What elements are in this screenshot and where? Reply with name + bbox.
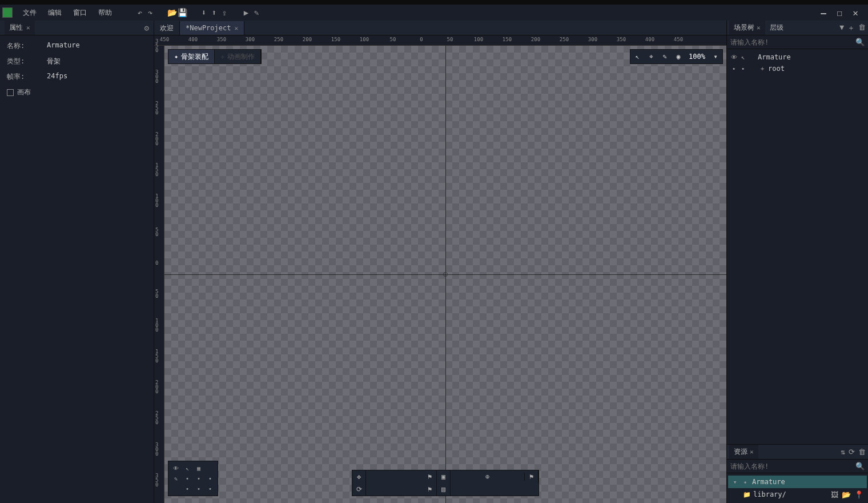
- dot-icon[interactable]: •: [740, 65, 746, 73]
- mode-rig-label: 骨架装配: [181, 52, 208, 62]
- chevron-down-icon[interactable]: ▾: [732, 478, 738, 486]
- prop-name-value[interactable]: Armature: [47, 41, 80, 51]
- window-icon[interactable]: ▣: [437, 470, 451, 483]
- zoom-value[interactable]: 100%: [685, 53, 709, 61]
- dot-btn[interactable]: •: [194, 484, 204, 493]
- layer-tab-label: 层级: [770, 23, 783, 33]
- mode-rig-button[interactable]: ✦ 骨架装配: [168, 50, 215, 63]
- dot-btn[interactable]: •: [182, 484, 192, 493]
- prop-type-label: 类型:: [7, 57, 47, 66]
- open-folder-icon[interactable]: 📂: [167, 7, 177, 18]
- snap-icon[interactable]: ⊕: [485, 473, 489, 481]
- right-panel: 场景树 ✕ 层级 ▼ ＋ 🗑 🔍 👁 ↖: [726, 21, 868, 503]
- globe-icon[interactable]: ◉: [672, 50, 685, 63]
- flag-end-icon[interactable]: ⚑: [525, 470, 539, 483]
- target-icon[interactable]: ⌖: [644, 50, 658, 63]
- refresh-icon[interactable]: ⟳: [849, 448, 855, 456]
- brush-icon[interactable]: ✎: [658, 50, 672, 63]
- eye-icon[interactable]: 👁: [730, 54, 737, 61]
- close-icon[interactable]: ✕: [234, 25, 238, 32]
- sort-icon[interactable]: ⇅: [841, 448, 845, 456]
- menu-file[interactable]: 文件: [17, 6, 42, 20]
- resource-search-input[interactable]: [730, 462, 855, 470]
- trash-icon[interactable]: 🗑: [858, 448, 866, 456]
- tab-welcome[interactable]: 欢迎: [154, 21, 180, 35]
- menu-edit[interactable]: 编辑: [42, 6, 67, 20]
- run-icon: ✧: [220, 53, 224, 61]
- select-tool-icon[interactable]: ↖: [630, 50, 644, 63]
- search-icon[interactable]: 🔍: [855, 38, 865, 46]
- dot-btn[interactable]: •: [205, 474, 215, 483]
- cursor-icon[interactable]: ↖: [740, 54, 746, 61]
- browser-tab-strip: [0, 0, 868, 5]
- add-icon[interactable]: ＋: [847, 23, 855, 33]
- prop-fps-value[interactable]: 24fps: [47, 72, 67, 82]
- locate-icon[interactable]: 📂: [842, 490, 851, 499]
- edit-icon[interactable]: ✎: [251, 7, 262, 18]
- search-icon[interactable]: 🔍: [855, 462, 865, 470]
- tree-row-root[interactable]: • • + root: [728, 63, 867, 74]
- share-icon[interactable]: ⇪: [219, 7, 230, 18]
- blank-btn[interactable]: [205, 464, 215, 473]
- dot-icon[interactable]: •: [730, 65, 737, 73]
- minimize-button[interactable]: —: [818, 7, 829, 18]
- transform-panel: ✥ ⚑ ▣ ⊕ ⚑ ⟳ ⚑ ▤: [352, 470, 539, 496]
- pen-icon[interactable]: ✎: [171, 474, 181, 483]
- tree-row-armature[interactable]: 👁 ↖ Armature: [728, 51, 867, 63]
- move-icon[interactable]: ✥: [352, 470, 366, 483]
- dot-btn[interactable]: •: [205, 484, 215, 493]
- plus-icon: +: [759, 65, 766, 73]
- resource-row-armature[interactable]: ▾ ✦ Armature: [728, 476, 867, 488]
- flag-icon[interactable]: ⚑: [423, 483, 437, 496]
- mode-anim-button[interactable]: ✧ 动画制作: [215, 50, 261, 63]
- resource-armature-label: Armature: [752, 478, 785, 486]
- redo-icon[interactable]: ↷: [145, 7, 155, 18]
- dot-btn[interactable]: •: [182, 474, 192, 483]
- align-icon[interactable]: ▤: [437, 483, 451, 496]
- app-logo-icon: [2, 7, 13, 18]
- maximize-button[interactable]: ☐: [834, 7, 845, 18]
- resource-row-library[interactable]: 📁 library/ 🖼 📂 📍: [728, 488, 867, 501]
- cursor-icon[interactable]: ↖: [182, 464, 192, 473]
- preview-icon[interactable]: ▶: [241, 7, 251, 18]
- save-icon[interactable]: 💾: [177, 7, 187, 18]
- ruler-horizontal: 4504003503002502001501005005010015020025…: [154, 35, 726, 46]
- rotate-icon[interactable]: ⟳: [352, 483, 366, 496]
- menu-help[interactable]: 帮助: [93, 6, 118, 20]
- scene-tree-tab[interactable]: 场景树 ✕: [729, 21, 765, 35]
- import-image-icon[interactable]: 🖼: [831, 490, 838, 499]
- armature-icon: ✦: [742, 478, 749, 486]
- layer-tab[interactable]: 层级: [765, 21, 788, 35]
- ruler-vertical: 3503002502001501005005010015020025030035…: [154, 46, 164, 503]
- resource-tab[interactable]: 资源 ✕: [729, 445, 758, 459]
- filter-icon[interactable]: ▼: [839, 23, 844, 33]
- tab-project[interactable]: *NewProject ✕: [180, 21, 244, 35]
- canvas[interactable]: ✦ 骨架装配 ✧ 动画制作 ↖ ⌖ ✎ ◉: [164, 46, 726, 503]
- prop-fps-label: 帧率:: [7, 72, 47, 82]
- import-icon[interactable]: ⬇: [199, 7, 209, 18]
- blank-btn[interactable]: [171, 484, 181, 493]
- properties-tab[interactable]: 属性 ✕: [5, 21, 35, 35]
- close-icon[interactable]: ✕: [750, 448, 754, 456]
- panel-settings-icon[interactable]: ⚙: [144, 23, 149, 33]
- folder-icon: 📁: [743, 491, 750, 498]
- zoom-dropdown-icon[interactable]: ▾: [709, 50, 722, 63]
- pin-icon[interactable]: 📍: [854, 490, 863, 499]
- undo-icon[interactable]: ↶: [135, 7, 145, 18]
- close-button[interactable]: ✕: [850, 7, 861, 18]
- grid-icon[interactable]: ▦: [194, 464, 204, 473]
- export-icon[interactable]: ⬆: [209, 7, 219, 18]
- scene-tree: 👁 ↖ Armature • • + root: [727, 49, 868, 444]
- trash-icon[interactable]: 🗑: [858, 23, 866, 33]
- menu-window[interactable]: 窗口: [67, 6, 93, 20]
- origin-marker: [443, 272, 448, 277]
- dot-btn[interactable]: •: [194, 474, 204, 483]
- scene-search-input[interactable]: [730, 38, 855, 46]
- canvas-checkbox[interactable]: [7, 89, 14, 96]
- close-icon[interactable]: ✕: [757, 24, 761, 31]
- close-icon[interactable]: ✕: [26, 24, 30, 31]
- resource-library-label: library/: [753, 490, 786, 498]
- flag-icon[interactable]: ⚑: [423, 470, 437, 483]
- prop-type-value: 骨架: [47, 57, 61, 66]
- visibility-icon[interactable]: 👁: [171, 464, 181, 473]
